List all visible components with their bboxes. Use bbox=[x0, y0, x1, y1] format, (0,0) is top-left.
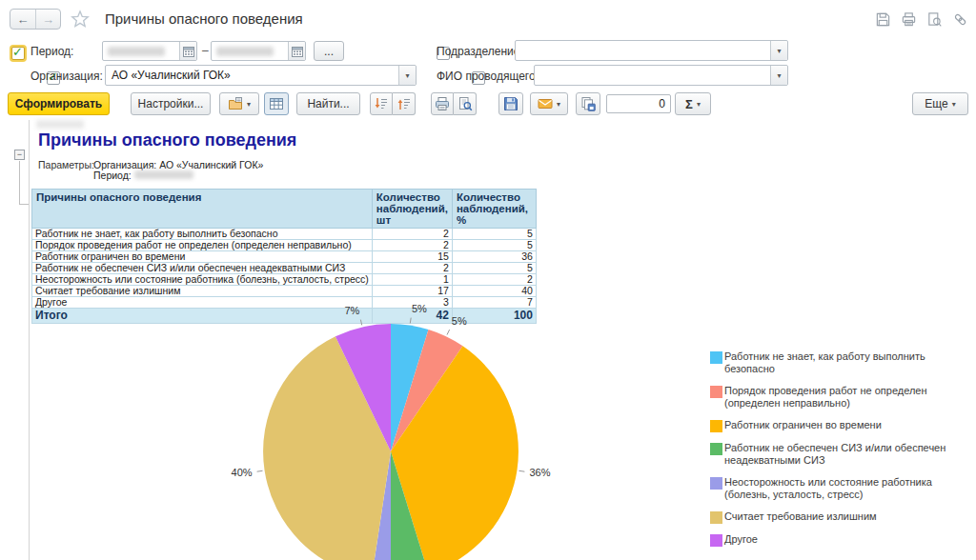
legend-swatch bbox=[710, 477, 722, 490]
period-ellipsis-button[interactable]: ... bbox=[314, 41, 344, 61]
print-preview-button[interactable] bbox=[454, 92, 477, 115]
favorite-star-button[interactable] bbox=[71, 10, 90, 29]
legend-label: Неосторожность или состояние работника (… bbox=[724, 476, 966, 501]
legend-item: Порядок проведения работ не определен (о… bbox=[710, 385, 966, 410]
legend-item: Работник не знает, как работу выполнить … bbox=[710, 350, 966, 375]
legend-item: Неосторожность или состояние работника (… bbox=[710, 476, 966, 501]
pie-label-tick bbox=[519, 470, 525, 471]
legend-swatch bbox=[710, 420, 722, 432]
pie-percent-label: 7% bbox=[344, 305, 359, 316]
report-canvas: − Причины опасного поведения Параметры: … bbox=[0, 120, 976, 560]
page-title: Причины опасного поведения bbox=[105, 10, 303, 27]
period-dash: – bbox=[202, 44, 209, 57]
legend-swatch bbox=[710, 386, 722, 398]
legend-item: Работник не обеспечен СИЗ и/или обеспече… bbox=[710, 442, 966, 467]
chevron-down-icon: ▾ bbox=[405, 71, 409, 80]
calendar-icon bbox=[292, 46, 303, 57]
save-icon[interactable] bbox=[875, 11, 891, 28]
chevron-down-icon: ▾ bbox=[777, 47, 781, 55]
dropdown-arrow-button[interactable]: ▾ bbox=[770, 66, 787, 85]
legend-item: Работник ограничен во времени bbox=[710, 419, 966, 432]
department-label: Подразделение: bbox=[437, 45, 523, 58]
period-date-from-input[interactable] bbox=[102, 41, 197, 61]
calendar-button[interactable] bbox=[179, 42, 196, 60]
back-arrow-icon: ← bbox=[17, 12, 30, 27]
collapse-groups-button[interactable] bbox=[370, 92, 393, 115]
legend-item: Считает требование излишним bbox=[710, 510, 966, 524]
legend-swatch bbox=[710, 534, 722, 547]
chevron-down-icon: ▾ bbox=[952, 100, 956, 109]
more-button[interactable]: Еще ▾ bbox=[912, 92, 968, 115]
period-checkbox[interactable] bbox=[11, 47, 25, 60]
print-button[interactable] bbox=[431, 92, 454, 115]
email-icon bbox=[538, 96, 553, 111]
settings-label: Настройки... bbox=[138, 97, 204, 110]
legend-label: Работник не знает, как работу выполнить … bbox=[724, 350, 966, 375]
organization-value: АО «Учалинский ГОК» bbox=[112, 69, 231, 82]
calendar-button[interactable] bbox=[288, 42, 305, 60]
calendar-icon bbox=[183, 46, 194, 57]
print-preview-icon bbox=[458, 96, 473, 111]
nav-history-buttons: ← → bbox=[10, 9, 61, 30]
department-select[interactable]: ▾ bbox=[515, 40, 788, 61]
redacted-date-value bbox=[108, 47, 165, 56]
organization-select[interactable]: АО «Учалинский ГОК» ▾ bbox=[105, 65, 417, 86]
chevron-down-icon: ▾ bbox=[557, 100, 560, 109]
nav-back-button[interactable]: ← bbox=[10, 10, 35, 29]
table-view-button[interactable] bbox=[264, 92, 289, 115]
pie-percent-label: 5% bbox=[412, 303, 427, 314]
dropdown-arrow-button[interactable]: ▾ bbox=[770, 41, 787, 60]
email-button[interactable]: ▾ bbox=[530, 92, 568, 115]
pie-label-tick bbox=[447, 330, 450, 334]
chevron-down-icon: ▾ bbox=[777, 71, 781, 80]
conductor-label: ФИО проводящего: bbox=[437, 70, 539, 83]
legend-item: Другое bbox=[710, 533, 966, 547]
save-result-button[interactable] bbox=[576, 92, 600, 115]
legend-swatch bbox=[710, 443, 722, 455]
period-label: Период: bbox=[30, 45, 73, 58]
pie-percent-label: 40% bbox=[232, 467, 253, 478]
more-label: Еще bbox=[925, 97, 947, 110]
generate-button[interactable]: Сформировать bbox=[8, 92, 110, 115]
forward-arrow-icon: → bbox=[42, 12, 54, 27]
save-result-icon bbox=[580, 96, 596, 111]
conductor-select[interactable]: ▾ bbox=[534, 65, 788, 86]
printer-icon[interactable] bbox=[901, 11, 917, 28]
dropdown-arrow-button[interactable]: ▾ bbox=[398, 66, 416, 85]
collapse-groups-icon bbox=[374, 96, 389, 111]
link-icon[interactable] bbox=[952, 11, 968, 28]
chevron-down-icon: ▾ bbox=[247, 100, 251, 109]
pie-percent-label: 5% bbox=[452, 315, 467, 327]
legend-swatch bbox=[710, 511, 722, 524]
report-variants-folder-icon bbox=[228, 96, 243, 111]
legend-label: Считает требование излишним bbox=[724, 510, 877, 524]
header-icon-buttons bbox=[875, 11, 968, 28]
autosum-button[interactable]: Σ ▾ bbox=[675, 92, 711, 115]
legend-swatch bbox=[710, 351, 722, 364]
save-file-icon bbox=[503, 96, 518, 111]
autosum-value-input[interactable] bbox=[606, 94, 671, 113]
pie-label-tick bbox=[257, 470, 263, 471]
report-variants-button[interactable]: ▾ bbox=[219, 92, 259, 115]
expand-groups-button[interactable] bbox=[393, 92, 416, 115]
nav-forward-button[interactable]: → bbox=[35, 10, 60, 29]
table-view-icon bbox=[269, 96, 284, 111]
legend-label: Работник не обеспечен СИЗ и/или обеспече… bbox=[724, 442, 966, 467]
save-file-button[interactable] bbox=[498, 92, 523, 115]
nav-row: ← → Причины опасного поведения bbox=[0, 0, 976, 36]
pie-label-tick bbox=[410, 318, 411, 324]
organization-label: Организация: bbox=[30, 70, 103, 83]
settings-button[interactable]: Настройки... bbox=[131, 92, 211, 115]
find-label: Найти... bbox=[307, 97, 349, 110]
find-button[interactable]: Найти... bbox=[296, 92, 360, 115]
redacted-date-value bbox=[216, 47, 274, 56]
period-date-to-input[interactable] bbox=[211, 41, 306, 61]
chart-legend: Работник не знает, как работу выполнить … bbox=[710, 350, 966, 556]
chevron-down-icon: ▾ bbox=[697, 100, 701, 109]
star-icon bbox=[71, 10, 90, 29]
legend-label: Порядок проведения работ не определен (о… bbox=[724, 385, 966, 410]
expand-groups-icon bbox=[396, 96, 412, 111]
print-preview-icon[interactable] bbox=[926, 11, 943, 28]
legend-label: Другое bbox=[724, 533, 758, 547]
printer-icon bbox=[435, 96, 450, 111]
